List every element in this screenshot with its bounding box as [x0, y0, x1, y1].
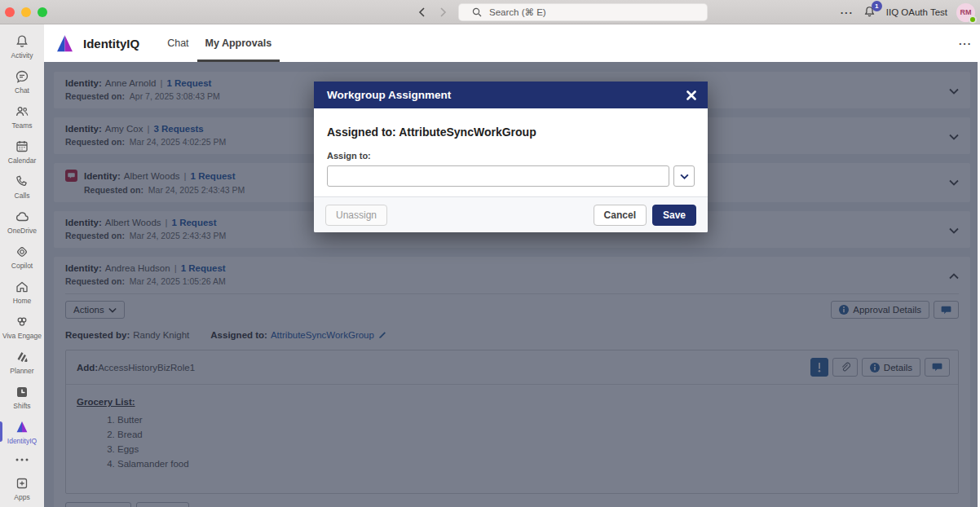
back-button[interactable] — [414, 6, 429, 19]
identityiq-logo — [54, 33, 76, 55]
sidebar-item-apps[interactable]: Apps — [0, 470, 44, 505]
app-header: IdentityIQ Chat My Approvals ··· — [44, 24, 980, 62]
assign-to-label: Assign to: — [327, 151, 695, 161]
sidebar-item-viva-engage[interactable]: Viva Engage — [0, 309, 44, 344]
sidebar-item-planner[interactable]: Planner — [0, 344, 44, 379]
copilot-icon — [14, 244, 30, 260]
minimize-window-button[interactable] — [21, 7, 31, 17]
home-icon — [14, 279, 30, 295]
assigned-to-line: Assigned to: AttributeSyncWorkGroup — [327, 126, 695, 139]
window-controls — [5, 7, 47, 17]
viva-engage-icon — [14, 314, 30, 330]
calendar-icon — [14, 139, 30, 155]
chevron-down-icon — [680, 174, 689, 179]
sidebar-item-identityiq[interactable]: IdentityIQ — [0, 414, 44, 449]
sidebar-item-activity[interactable]: Activity — [0, 29, 44, 64]
sidebar-item-shifts[interactable]: Shifts — [0, 379, 44, 414]
assign-dropdown-button[interactable] — [673, 165, 695, 187]
cancel-button[interactable]: Cancel — [594, 205, 647, 226]
assign-to-input[interactable] — [327, 165, 669, 187]
app-header-more-button[interactable]: ··· — [959, 37, 972, 50]
sidebar-item-calls[interactable]: Calls — [0, 169, 44, 204]
maximize-window-button[interactable] — [38, 7, 47, 17]
avatar[interactable]: RM — [956, 3, 975, 22]
app-tabs: Chat My Approvals — [159, 24, 280, 62]
apps-plus-icon — [14, 475, 30, 492]
titlebar-more-button[interactable]: ··· — [841, 7, 854, 19]
close-window-button[interactable] — [5, 7, 15, 17]
close-icon[interactable] — [686, 90, 696, 100]
title-bar: Search (⌘ E) ··· 1 IIQ OAuth Test RM — [0, 0, 980, 24]
sidebar-item-onedrive[interactable]: OneDrive — [0, 204, 44, 239]
notification-count-badge: 1 — [872, 1, 882, 11]
ellipsis-icon — [15, 458, 29, 461]
tab-my-approvals[interactable]: My Approvals — [197, 24, 280, 62]
sidebar-item-copilot[interactable]: Copilot — [0, 239, 44, 274]
shifts-icon — [14, 384, 30, 400]
bell-icon — [14, 33, 30, 50]
avatar-initials: RM — [960, 8, 972, 16]
sidebar-item-chat[interactable]: Chat — [0, 64, 44, 99]
app-rail: Activity Chat Teams Calendar Calls OneDr… — [0, 24, 44, 507]
account-name: IIQ OAuth Test — [886, 7, 947, 17]
sidebar-item-teams[interactable]: Teams — [0, 99, 44, 134]
search-input[interactable]: Search (⌘ E) — [458, 3, 708, 21]
sidebar-item-calendar[interactable]: Calendar — [0, 134, 44, 169]
presence-available-icon — [969, 15, 977, 24]
planner-icon — [14, 349, 30, 365]
search-placeholder: Search (⌘ E) — [489, 7, 546, 18]
forward-button[interactable] — [435, 6, 450, 19]
cloud-icon — [14, 209, 30, 225]
save-button[interactable]: Save — [652, 205, 696, 226]
tab-chat[interactable]: Chat — [159, 24, 196, 62]
app-title: IdentityIQ — [83, 37, 139, 51]
workgroup-assignment-dialog: Workgroup Assignment Assigned to: Attrib… — [314, 82, 708, 232]
teams-window: Search (⌘ E) ··· 1 IIQ OAuth Test RM Act… — [0, 0, 980, 507]
sidebar-item-home[interactable]: Home — [0, 274, 44, 309]
phone-icon — [14, 174, 30, 190]
more-apps-button[interactable] — [0, 449, 44, 470]
notifications-button[interactable]: 1 — [863, 5, 877, 20]
dialog-title: Workgroup Assignment — [327, 89, 451, 101]
identityiq-icon — [14, 419, 30, 435]
chat-icon — [14, 68, 30, 85]
search-icon — [472, 7, 482, 17]
teams-people-icon — [14, 104, 30, 120]
unassign-button[interactable]: Unassign — [325, 205, 387, 226]
